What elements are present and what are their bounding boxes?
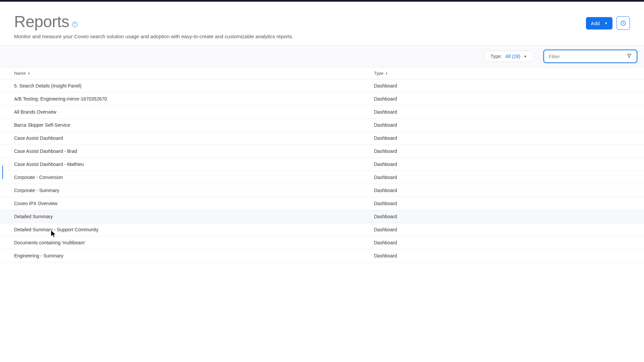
filter-input-wrapper[interactable] [543,50,637,63]
clock-icon [620,20,626,26]
sidebar-active-indicator [2,166,3,179]
sort-icon: ▲▼ [385,72,388,75]
cell-type: Dashboard [374,122,630,128]
cell-type: Dashboard [374,214,630,219]
table-row[interactable]: Case Assist Dashboard - MathieuDashboard [0,158,644,171]
filter-bar: Type: All (28) ▼ [0,45,644,67]
table-row[interactable]: Coveo IPX OverviewDashboard [0,197,644,210]
help-icon[interactable]: ? [72,22,77,27]
chevron-down-icon: ▼ [524,55,527,58]
table-row[interactable]: Case Assist Dashboard - BradDashboard [0,145,644,158]
table-row[interactable]: Case Assist DashboardDashboard [0,132,644,145]
cell-type: Dashboard [374,201,630,206]
add-button[interactable]: Add ▼ [586,17,612,29]
cell-type: Dashboard [374,162,630,167]
cell-type: Dashboard [374,83,630,88]
cell-name: Corporate - Summary [14,188,374,193]
type-filter-value: All (28) [505,54,520,59]
cell-type: Dashboard [374,227,630,232]
filter-input[interactable] [549,54,627,59]
title-row: Reports ? [14,12,293,31]
filter-icon [627,53,632,60]
table-row[interactable]: Corporate - ConversionDashboard [0,171,644,184]
column-header-type[interactable]: Type ▲▼ [374,71,630,76]
cell-type: Dashboard [374,96,630,102]
cell-name: Case Assist Dashboard - Brad [14,148,374,154]
column-header-type-label: Type [374,71,383,76]
table-row[interactable]: Engineering - SummaryDashboard [0,249,644,262]
chevron-down-icon: ▼ [604,21,608,25]
table-row[interactable]: Detailed Summary - Support CommunityDash… [0,223,644,236]
header-actions: Add ▼ [586,16,630,30]
cell-name: A/B Testing: Engineering-mirror-16703526… [14,96,374,102]
cell-type: Dashboard [374,175,630,180]
table-row[interactable]: Documents containing 'multibeam'Dashboar… [0,236,644,249]
add-button-label: Add [591,20,600,26]
cell-name: Detailed Summary - Support Community [14,227,374,232]
cell-name: Case Assist Dashboard - Mathieu [14,162,374,167]
cell-name: All Brands Overview [14,109,374,115]
column-header-name[interactable]: Name ▲▼ [14,71,374,76]
history-button[interactable] [616,16,630,30]
page-container: Reports ? Monitor and measure your Coveo… [0,2,644,262]
type-filter-label: Type: [490,54,502,59]
cell-type: Dashboard [374,253,630,258]
table-row[interactable]: Corporate - SummaryDashboard [0,184,644,197]
cell-type: Dashboard [374,148,630,154]
table-header: Name ▲▼ Type ▲▼ [0,67,644,79]
cell-type: Dashboard [374,135,630,141]
table-row[interactable]: A/B Testing: Engineering-mirror-16703526… [0,93,644,106]
cell-type: Dashboard [374,109,630,115]
page-title: Reports [14,12,69,31]
cell-name: 5. Search Details (Insight Panel) [14,83,374,88]
cell-type: Dashboard [374,240,630,245]
column-header-name-label: Name [14,71,26,76]
cell-type: Dashboard [374,188,630,193]
cell-name: Corporate - Conversion [14,175,374,180]
page-subtitle: Monitor and measure your Coveo search so… [14,34,293,39]
table-row[interactable]: All Brands OverviewDashboard [0,106,644,119]
cell-name: Case Assist Dashboard [14,135,374,141]
cell-name: Coveo IPX Overview [14,201,374,206]
header-left: Reports ? Monitor and measure your Coveo… [14,12,293,39]
cell-name: Detailed Summary [14,214,374,219]
cell-name: Engineering - Summary [14,253,374,258]
table-body: 5. Search Details (Insight Panel)Dashboa… [0,79,644,262]
cell-name: Barca Skipper Self-Service [14,122,374,128]
type-filter[interactable]: Type: All (28) ▼ [483,51,534,62]
page-header: Reports ? Monitor and measure your Coveo… [0,2,644,45]
table-row[interactable]: Barca Skipper Self-ServiceDashboard [0,119,644,132]
table-row[interactable]: 5. Search Details (Insight Panel)Dashboa… [0,79,644,93]
table-row[interactable]: Detailed SummaryDashboard [0,210,644,223]
reports-table: Name ▲▼ Type ▲▼ 5. Search Details (Insig… [0,67,644,262]
cell-name: Documents containing 'multibeam' [14,240,374,245]
sort-icon: ▲▼ [28,72,30,75]
